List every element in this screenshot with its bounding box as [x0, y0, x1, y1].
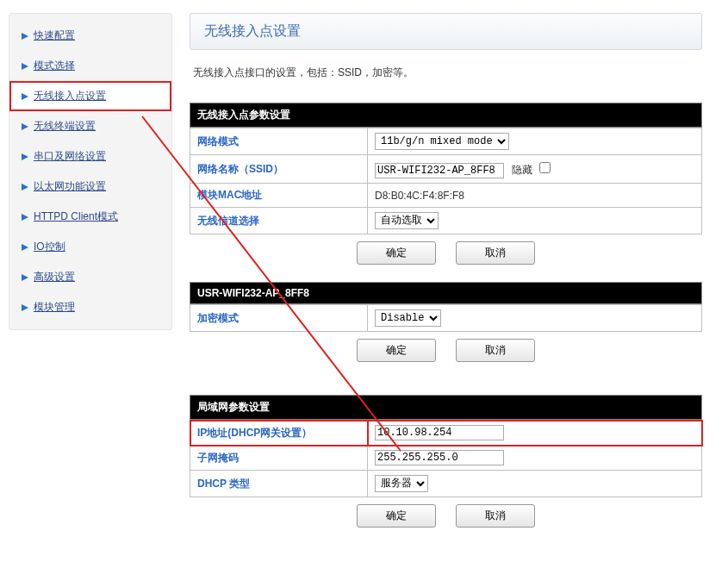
sidebar-item-ap[interactable]: 无线接入点设置 — [9, 81, 171, 111]
ap-ssid-hide-checkbox[interactable] — [539, 162, 551, 173]
sidebar-item-label: 串口及网络设置 — [34, 149, 106, 164]
arrow-right-icon — [22, 244, 28, 251]
sidebar-item-adv[interactable]: 高级设置 — [9, 262, 171, 292]
ap-channel-select[interactable]: 自动选取 — [375, 212, 439, 229]
ap-mac-value: D8:B0:4C:F4:8F:F8 — [368, 184, 702, 208]
sidebar-item-label: 模块管理 — [34, 300, 75, 315]
lan-mask-input[interactable] — [375, 450, 504, 465]
sidebar-item-label: 模式选择 — [34, 59, 75, 73]
arrow-right-icon — [22, 304, 28, 311]
ap-ssid-label: 网络名称（SSID） — [190, 155, 368, 184]
lan-cancel-button[interactable]: 取消 — [456, 504, 535, 528]
arrow-right-icon — [22, 184, 28, 190]
arrow-right-icon — [22, 93, 28, 100]
ap-mac-label: 模块MAC地址 — [190, 184, 368, 208]
ap-ssid-hide-label: 隐藏 — [512, 164, 532, 176]
ap-ssid-input[interactable] — [375, 163, 504, 178]
lan-params-table: IP地址(DHCP网关设置） 子网掩码 DHCP 类型 服务器 — [190, 420, 702, 497]
arrow-right-icon — [22, 63, 28, 70]
sidebar-item-io[interactable]: IO控制 — [9, 232, 171, 262]
sidebar-item-label: 无线终端设置 — [34, 119, 96, 134]
sec-ok-button[interactable]: 确定 — [357, 339, 436, 362]
sidebar-item-httpd[interactable]: HTTPD Client模式 — [9, 202, 171, 232]
lan-ip-label: IP地址(DHCP网关设置） — [190, 421, 368, 446]
ap-mode-label: 网络模式 — [190, 128, 368, 155]
sec-enc-select[interactable]: Disable — [375, 309, 441, 327]
lan-dhcp-label: DHCP 类型 — [190, 471, 368, 497]
lan-ip-input[interactable] — [375, 425, 504, 440]
sidebar-item-label: 以太网功能设置 — [34, 179, 106, 194]
arrow-right-icon — [22, 153, 28, 160]
sidebar-item-eth[interactable]: 以太网功能设置 — [9, 172, 171, 202]
arrow-right-icon — [22, 33, 28, 40]
sec-enc-label: 加密模式 — [190, 305, 368, 332]
ap-params-table: 网络模式 11b/g/n mixed mode 网络名称（SSID） 隐藏 模块… — [190, 128, 702, 234]
sidebar-item-sta[interactable]: 无线终端设置 — [9, 111, 171, 141]
sidebar-item-serial[interactable]: 串口及网络设置 — [9, 141, 171, 172]
sidebar-item-mode[interactable]: 模式选择 — [9, 51, 171, 81]
sidebar-item-label: 高级设置 — [34, 270, 75, 284]
arrow-right-icon — [22, 123, 28, 130]
sidebar-item-quick[interactable]: 快速配置 — [9, 21, 171, 51]
ap-cancel-button[interactable]: 取消 — [456, 241, 535, 265]
ap-mode-select[interactable]: 11b/g/n mixed mode — [375, 133, 509, 150]
sidebar-item-label: 快速配置 — [34, 28, 75, 43]
sec-params-table: 加密模式 Disable — [190, 304, 702, 332]
lan-dhcp-select[interactable]: 服务器 — [375, 475, 428, 492]
lan-section-header: 局域网参数设置 — [190, 395, 702, 420]
ap-section-header: 无线接入点参数设置 — [190, 103, 702, 128]
lan-ok-button[interactable]: 确定 — [357, 504, 436, 528]
arrow-right-icon — [22, 214, 28, 221]
sec-cancel-button[interactable]: 取消 — [456, 339, 535, 362]
arrow-right-icon — [22, 274, 28, 281]
sec-section-header: USR-WIFI232-AP_8FF8 — [190, 282, 702, 304]
lan-mask-label: 子网掩码 — [190, 446, 368, 471]
sidebar-item-label: 无线接入点设置 — [34, 89, 106, 103]
page-title: 无线接入点设置 — [190, 13, 702, 50]
ap-ok-button[interactable]: 确定 — [357, 241, 436, 265]
ap-channel-label: 无线信道选择 — [190, 208, 368, 234]
sidebar-item-module[interactable]: 模块管理 — [9, 292, 171, 322]
page-desc: 无线接入点接口的设置，包括：SSID，加密等。 — [193, 66, 702, 80]
sidebar-item-label: IO控制 — [34, 240, 65, 254]
sidebar-item-label: HTTPD Client模式 — [34, 209, 118, 224]
sidebar: 快速配置 模式选择 无线接入点设置 无线终端设置 串口及网络设置 以太网功能设置… — [9, 13, 172, 330]
